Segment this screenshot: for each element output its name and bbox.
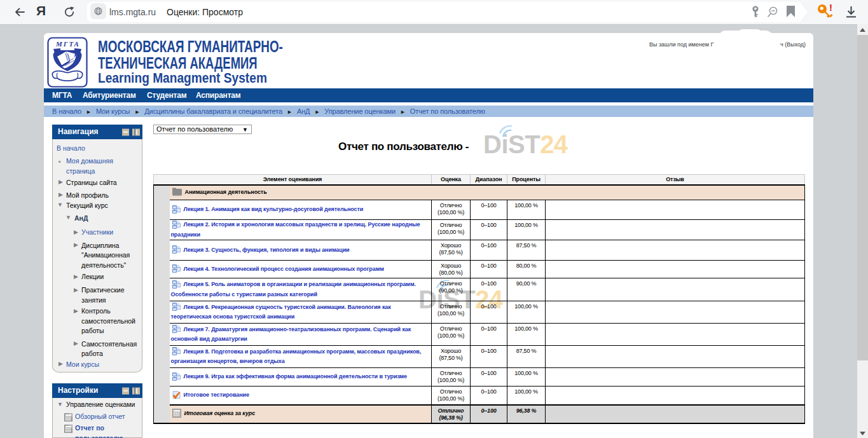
svg-text:!: !	[829, 3, 832, 13]
svg-text:МГТА: МГТА	[55, 40, 80, 48]
